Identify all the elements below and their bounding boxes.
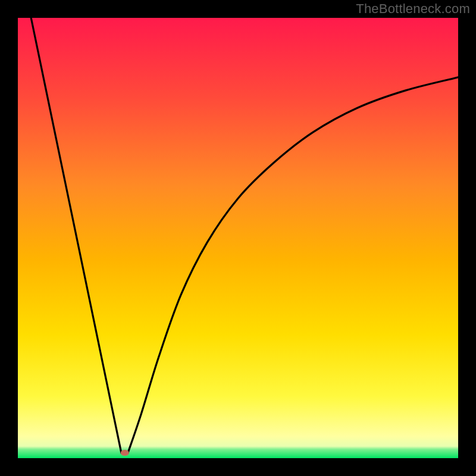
attribution-text: TheBottleneck.com (356, 1, 470, 17)
plot-area (18, 18, 458, 458)
minimum-marker (121, 450, 129, 456)
chart-svg (18, 18, 458, 458)
chart-frame: TheBottleneck.com (0, 0, 476, 476)
gradient-background (18, 18, 458, 458)
